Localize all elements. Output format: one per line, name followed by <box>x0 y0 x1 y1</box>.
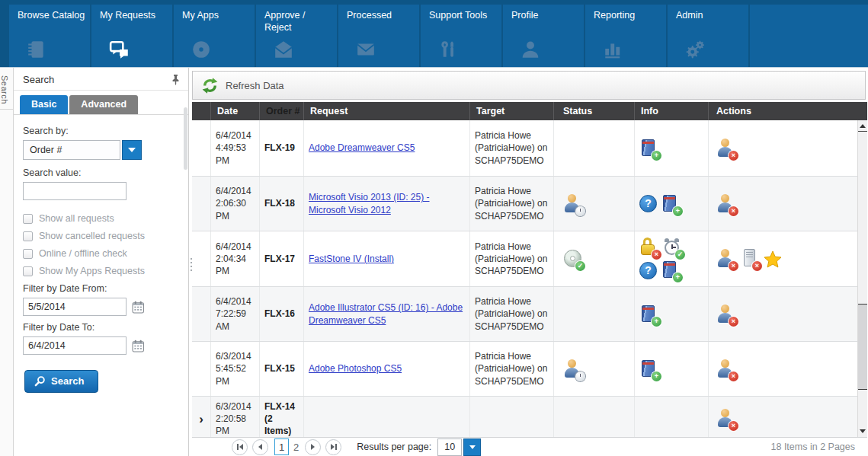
nav-item-processed[interactable]: Processed <box>338 5 419 67</box>
schedule-ok-icon[interactable]: ✓ <box>663 238 683 257</box>
nav-item-browse-catalog[interactable]: Browse Catalog <box>9 5 90 67</box>
search-value-input[interactable] <box>23 182 127 200</box>
checkbox-show-my-apps-requests[interactable]: Show My Apps Requests <box>23 266 181 276</box>
request-link[interactable]: Adobe Photoshop CS5 <box>309 362 402 375</box>
page-2-link[interactable]: 2 <box>293 442 299 453</box>
order-number: FLX-14 (2 Items) <box>260 397 304 437</box>
add-info-icon[interactable]: + <box>639 305 659 324</box>
add-info-icon[interactable]: + <box>661 260 681 280</box>
nav-item-reporting[interactable]: Reporting <box>585 5 666 67</box>
search-mode-tabs: Basic Advanced <box>14 91 188 115</box>
first-page-button[interactable] <box>232 439 248 455</box>
results-per-page-label: Results per page: <box>357 442 431 452</box>
license-lock-icon[interactable]: × <box>639 238 659 257</box>
header-target[interactable]: Target <box>470 102 554 120</box>
request-link[interactable]: Microsoft Visio 2013 (ID: 25) - Microsof… <box>309 191 465 215</box>
scroll-up-icon[interactable] <box>858 120 867 132</box>
results-per-page-dropdown-button[interactable] <box>463 438 481 456</box>
header-order[interactable]: Order # <box>260 102 304 120</box>
date-to-input[interactable] <box>23 336 127 355</box>
header-status[interactable]: Status <box>554 102 635 120</box>
cancel-user-icon[interactable]: × <box>716 139 736 158</box>
bar-chart-icon <box>603 40 661 59</box>
table-row[interactable]: 6/4/2014 2:06:30 PM FLX-18 Microsoft Vis… <box>192 177 857 231</box>
checkbox-icon[interactable] <box>23 249 33 259</box>
checkbox-icon[interactable] <box>23 231 33 241</box>
add-info-icon[interactable]: + <box>661 194 681 214</box>
next-page-button[interactable] <box>305 439 321 455</box>
favorite-star-icon[interactable] <box>764 249 783 269</box>
refresh-icon[interactable] <box>200 76 219 95</box>
refresh-data-button[interactable]: Refresh Data <box>226 80 284 91</box>
calendar-icon[interactable] <box>132 301 145 314</box>
header-actions[interactable]: Actions <box>709 102 867 120</box>
cancel-user-icon[interactable]: × <box>716 409 736 429</box>
nav-item-profile[interactable]: Profile <box>503 5 584 67</box>
expand-row-icon[interactable]: › <box>199 413 203 426</box>
add-info-icon[interactable]: + <box>639 359 659 379</box>
nav-item-admin[interactable]: Admin <box>668 5 748 67</box>
table-row[interactable]: 6/4/2014 4:49:53 PM FLX-19 Adobe Dreamwe… <box>192 120 857 177</box>
header-date[interactable]: Date <box>211 102 260 120</box>
chevron-down-icon <box>469 445 476 449</box>
checkbox-label: Show cancelled requests <box>39 231 145 241</box>
date-from-input[interactable] <box>23 298 127 316</box>
last-page-button[interactable] <box>325 439 341 455</box>
results-per-page-value[interactable]: 10 <box>437 438 462 456</box>
nav-item-support-tools[interactable]: Support Tools <box>421 5 501 67</box>
nav-label: Admin <box>676 9 744 35</box>
nav-item-approve-reject[interactable]: Approve / Reject <box>256 5 337 67</box>
pin-icon[interactable] <box>171 74 181 85</box>
checkbox-show-cancelled-requests[interactable]: Show cancelled requests <box>23 231 181 241</box>
search-button[interactable]: Search <box>24 370 98 393</box>
remove-computer-icon[interactable]: × <box>740 249 760 269</box>
mail-open-icon <box>274 40 332 59</box>
cancel-user-icon[interactable]: × <box>716 249 736 269</box>
results-per-page-dropdown[interactable]: 10 <box>437 438 481 456</box>
docked-search-tab[interactable]: Search <box>0 71 14 110</box>
nav-label: Approve / Reject <box>264 9 332 35</box>
checkbox-icon[interactable] <box>23 214 33 224</box>
search-by-value[interactable]: Order # <box>23 140 120 160</box>
tab-basic[interactable]: Basic <box>20 95 68 114</box>
request-date: 6/4/2014 7:22:59 AM <box>211 287 260 341</box>
nav-left-edge <box>0 5 9 67</box>
checkbox-icon[interactable] <box>23 266 33 276</box>
calendar-icon[interactable] <box>132 340 145 352</box>
scroll-down-icon[interactable] <box>858 426 867 437</box>
request-link[interactable]: Adobe Dreamweaver CS5 <box>309 142 415 154</box>
checkbox-label: Show My Apps Requests <box>39 266 145 276</box>
main-content: Refresh Data Date Order # Request Target… <box>189 68 868 456</box>
cancel-user-icon[interactable]: × <box>716 359 736 379</box>
search-by-dropdown[interactable]: Order # <box>23 140 181 160</box>
splitter-handle[interactable] <box>191 258 192 271</box>
checkbox-online-offline-check[interactable]: Online / offline check <box>23 248 181 259</box>
search-by-dropdown-button[interactable] <box>122 140 142 160</box>
request-link[interactable]: Adobe Illustrator CS5 (ID: 16) - Adobe D… <box>309 301 465 326</box>
add-info-icon[interactable]: + <box>639 139 659 158</box>
table-row[interactable]: › 6/3/2014 2:20:58 PM FLX-14 (2 Items) × <box>192 397 857 437</box>
cancel-user-icon[interactable]: × <box>716 194 736 214</box>
order-number: FLX-19 <box>260 120 304 176</box>
question-help-icon[interactable]: ? <box>639 195 657 212</box>
nav-item-my-apps[interactable]: My Apps <box>174 5 255 67</box>
question-help-icon[interactable]: ? <box>639 262 657 279</box>
table-row[interactable]: 6/4/2014 2:04:34 PM FLX-17 FastStone IV … <box>192 231 857 287</box>
scrollbar-thumb[interactable] <box>858 304 867 389</box>
tab-advanced[interactable]: Advanced <box>69 95 138 114</box>
sidebar-scrollbar-thumb[interactable] <box>184 107 187 170</box>
user-pending-icon <box>563 194 583 214</box>
previous-page-button[interactable] <box>252 439 268 455</box>
grid-vertical-scrollbar[interactable] <box>857 120 867 437</box>
nav-item-my-requests[interactable]: My Requests <box>91 5 172 67</box>
header-info[interactable]: Info <box>635 102 709 120</box>
gears-icon <box>685 40 744 59</box>
page-1-current[interactable]: 1 <box>274 438 289 455</box>
checkbox-show-all-requests[interactable]: Show all requests <box>23 213 181 224</box>
nav-label: Support Tools <box>429 9 497 35</box>
table-row[interactable]: 6/4/2014 7:22:59 AM FLX-16 Adobe Illustr… <box>192 287 857 342</box>
header-request[interactable]: Request <box>304 102 470 120</box>
table-row[interactable]: 6/3/2014 5:45:52 PM FLX-15 Adobe Photosh… <box>192 342 857 397</box>
request-link[interactable]: FastStone IV (Install) <box>309 253 394 265</box>
cancel-user-icon[interactable]: × <box>716 305 736 324</box>
